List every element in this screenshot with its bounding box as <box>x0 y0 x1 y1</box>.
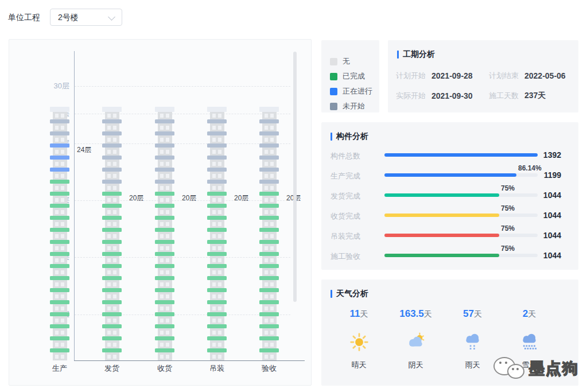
tower-wall-section <box>53 256 67 264</box>
tower-wall-section <box>262 268 277 276</box>
window <box>265 282 268 286</box>
weather-item: 2天雪天 <box>501 308 558 370</box>
window <box>113 246 116 250</box>
legend-item-label: 已完成 <box>343 71 365 81</box>
window <box>107 246 111 250</box>
window <box>166 114 169 118</box>
window <box>160 138 164 142</box>
tower-wall-section <box>158 220 172 228</box>
window <box>270 306 274 311</box>
window <box>113 270 116 274</box>
window <box>270 282 274 286</box>
window <box>61 258 64 262</box>
field-label: 施工天数 <box>489 91 519 101</box>
window <box>166 270 169 274</box>
tower-wall-section <box>210 256 224 264</box>
floor-slab-done <box>102 300 122 304</box>
chart-scrollbar[interactable] <box>293 52 297 302</box>
window <box>113 282 116 286</box>
window <box>160 343 164 347</box>
tower-wall-section <box>53 280 67 288</box>
schedule-field: 计划开始2021-09-28 <box>396 65 489 86</box>
floor-slab-done <box>207 264 227 268</box>
window <box>61 246 64 250</box>
window <box>61 162 64 166</box>
floor-slab-done <box>259 324 279 328</box>
window <box>212 210 216 214</box>
x-axis-category-label: 吊装 <box>194 363 240 374</box>
tower-wall-section <box>105 220 119 228</box>
window <box>265 210 268 214</box>
tower-wall-section <box>158 268 172 276</box>
tower-wall-section <box>262 352 277 360</box>
progress-bar-track <box>384 153 538 157</box>
window <box>270 210 274 214</box>
window <box>61 282 64 286</box>
y-axis-tick-label: 30层 <box>32 81 69 91</box>
window <box>107 343 111 347</box>
component-row-label: 吊装完成 <box>331 231 360 242</box>
window <box>113 186 116 190</box>
window <box>166 138 169 142</box>
legend-item: 无 <box>321 54 379 69</box>
window <box>218 246 221 250</box>
floor-slab-not_started <box>207 119 227 123</box>
window <box>212 319 216 323</box>
window <box>265 222 268 226</box>
window <box>218 114 221 118</box>
window <box>166 319 169 323</box>
current-floor-annotation: 20层 <box>182 193 196 203</box>
floor-slab-done <box>155 312 174 316</box>
floor-slab-done <box>102 324 122 328</box>
window <box>218 319 221 323</box>
window <box>265 162 268 166</box>
floor-slab-done <box>259 216 279 220</box>
window <box>160 162 164 166</box>
floor-slab-done <box>207 276 227 280</box>
window <box>107 210 111 214</box>
floor-slab-not_started <box>155 180 174 184</box>
floor-slab-not_started <box>155 156 174 160</box>
window <box>265 198 268 202</box>
window <box>113 294 116 298</box>
window <box>107 306 111 311</box>
current-floor-annotation: 20层 <box>234 193 248 203</box>
legend-item: 已完成 <box>321 69 379 84</box>
tower-wall-section <box>210 172 224 180</box>
cloud-sun-icon <box>406 331 426 352</box>
window <box>113 198 116 202</box>
tower-wall-section <box>262 172 277 180</box>
window <box>166 331 169 335</box>
tower-wall-section <box>158 196 172 204</box>
x-axis-category-label: 收货 <box>142 363 188 374</box>
floor-slab-done <box>102 276 122 280</box>
component-row: 收货完成75%1044 <box>321 205 578 226</box>
component-row-value: 1044 <box>543 191 561 200</box>
tower-wall-section <box>105 256 119 264</box>
component-row-label: 发货完成 <box>331 191 360 201</box>
panel-title: 天气分析 <box>331 289 368 299</box>
weather-days-number: 2 <box>523 308 528 319</box>
status-legend-panel: 无已完成正在进行未开始 <box>321 40 379 112</box>
floor-slab-done <box>155 204 174 208</box>
window <box>160 186 164 190</box>
window <box>265 246 268 250</box>
window <box>218 222 221 226</box>
tower-wall-section <box>105 244 119 252</box>
window <box>218 294 221 298</box>
tower-wall-section <box>158 123 172 131</box>
window <box>113 355 116 359</box>
window <box>270 246 274 250</box>
tower-wall-section <box>105 112 119 119</box>
tower-wall-section <box>210 340 224 348</box>
unit-project-select[interactable]: 2号楼 <box>50 9 122 26</box>
floor-slab-done <box>207 228 227 232</box>
tower-wall-section <box>210 280 224 288</box>
window <box>265 343 268 347</box>
progress-bar-fill <box>384 214 499 217</box>
window <box>270 270 274 274</box>
tower-wall-section <box>53 340 67 348</box>
floor-slab-done <box>102 252 122 256</box>
tower-wall-section <box>158 244 172 252</box>
tower-wall-section <box>262 280 277 288</box>
